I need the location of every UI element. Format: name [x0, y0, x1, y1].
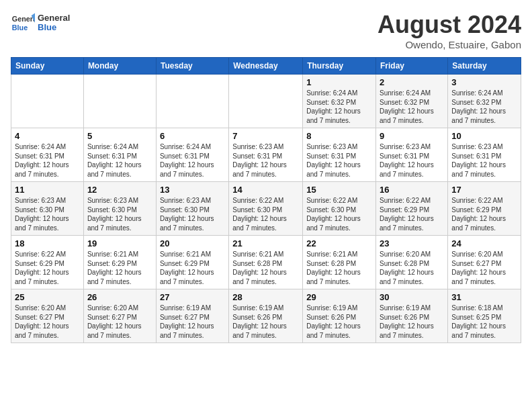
header-row: SundayMondayTuesdayWednesdayThursdayFrid… — [11, 58, 521, 75]
day-number: 29 — [306, 292, 372, 302]
day-info: Sunrise: 6:23 AM Sunset: 6:31 PM Dayligh… — [306, 142, 372, 179]
day-number: 17 — [451, 185, 517, 195]
day-cell: 24Sunrise: 6:20 AM Sunset: 6:27 PM Dayli… — [448, 236, 521, 289]
day-info: Sunrise: 6:24 AM Sunset: 6:31 PM Dayligh… — [15, 142, 80, 179]
day-info: Sunrise: 6:23 AM Sunset: 6:31 PM Dayligh… — [380, 142, 444, 179]
day-info: Sunrise: 6:19 AM Sunset: 6:26 PM Dayligh… — [306, 304, 372, 340]
day-number: 1 — [306, 77, 372, 87]
week-row-3: 11Sunrise: 6:23 AM Sunset: 6:30 PM Dayli… — [11, 182, 521, 236]
header-cell-monday: Monday — [83, 58, 156, 75]
day-number: 11 — [15, 185, 80, 195]
calendar-header: SundayMondayTuesdayWednesdayThursdayFrid… — [11, 58, 521, 75]
svg-text:Blue: Blue — [12, 24, 28, 32]
day-cell: 22Sunrise: 6:21 AM Sunset: 6:28 PM Dayli… — [303, 236, 376, 289]
logo-line2: Blue — [38, 23, 70, 32]
day-info: Sunrise: 6:23 AM Sunset: 6:30 PM Dayligh… — [160, 196, 225, 232]
day-number: 19 — [87, 238, 152, 248]
day-info: Sunrise: 6:19 AM Sunset: 6:27 PM Dayligh… — [160, 304, 225, 340]
header-cell-saturday: Saturday — [448, 58, 521, 75]
day-cell: 3Sunrise: 6:24 AM Sunset: 6:32 PM Daylig… — [448, 75, 521, 128]
day-cell: 14Sunrise: 6:22 AM Sunset: 6:30 PM Dayli… — [229, 182, 303, 236]
day-info: Sunrise: 6:22 AM Sunset: 6:29 PM Dayligh… — [451, 196, 517, 232]
day-cell — [156, 75, 228, 128]
calendar-body: 1Sunrise: 6:24 AM Sunset: 6:32 PM Daylig… — [11, 75, 521, 343]
day-cell: 16Sunrise: 6:22 AM Sunset: 6:29 PM Dayli… — [376, 182, 448, 236]
calendar-table: SundayMondayTuesdayWednesdayThursdayFrid… — [11, 57, 521, 343]
day-cell: 15Sunrise: 6:22 AM Sunset: 6:30 PM Dayli… — [303, 182, 376, 236]
day-cell: 10Sunrise: 6:23 AM Sunset: 6:31 PM Dayli… — [448, 128, 521, 182]
day-info: Sunrise: 6:20 AM Sunset: 6:28 PM Dayligh… — [380, 250, 444, 286]
day-cell: 20Sunrise: 6:21 AM Sunset: 6:29 PM Dayli… — [156, 236, 228, 289]
day-cell: 6Sunrise: 6:24 AM Sunset: 6:31 PM Daylig… — [156, 128, 228, 182]
day-info: Sunrise: 6:22 AM Sunset: 6:30 PM Dayligh… — [232, 196, 299, 232]
day-number: 18 — [15, 238, 80, 248]
day-cell: 2Sunrise: 6:24 AM Sunset: 6:32 PM Daylig… — [376, 75, 448, 128]
day-number: 26 — [87, 292, 152, 302]
day-number: 10 — [451, 131, 517, 141]
header-cell-tuesday: Tuesday — [156, 58, 228, 75]
day-cell: 9Sunrise: 6:23 AM Sunset: 6:31 PM Daylig… — [376, 128, 448, 182]
day-cell: 5Sunrise: 6:24 AM Sunset: 6:31 PM Daylig… — [83, 128, 156, 182]
svg-text:General: General — [12, 15, 35, 23]
day-info: Sunrise: 6:22 AM Sunset: 6:29 PM Dayligh… — [380, 196, 444, 232]
day-cell: 12Sunrise: 6:23 AM Sunset: 6:30 PM Dayli… — [83, 182, 156, 236]
day-number: 2 — [380, 77, 444, 87]
calendar-title: August 2024 — [378, 11, 521, 39]
day-cell: 31Sunrise: 6:18 AM Sunset: 6:25 PM Dayli… — [448, 289, 521, 343]
day-cell — [83, 75, 156, 128]
day-info: Sunrise: 6:20 AM Sunset: 6:27 PM Dayligh… — [15, 304, 80, 340]
day-cell: 8Sunrise: 6:23 AM Sunset: 6:31 PM Daylig… — [303, 128, 376, 182]
day-cell: 30Sunrise: 6:19 AM Sunset: 6:26 PM Dayli… — [376, 289, 448, 343]
title-block: August 2024 Owendo, Estuaire, Gabon — [378, 11, 521, 50]
day-number: 14 — [232, 185, 299, 195]
day-info: Sunrise: 6:23 AM Sunset: 6:30 PM Dayligh… — [87, 196, 152, 232]
day-number: 6 — [160, 131, 225, 141]
logo-line1: General — [38, 13, 70, 23]
day-cell: 27Sunrise: 6:19 AM Sunset: 6:27 PM Dayli… — [156, 289, 228, 343]
day-number: 5 — [87, 131, 152, 141]
day-cell: 28Sunrise: 6:19 AM Sunset: 6:26 PM Dayli… — [229, 289, 303, 343]
day-cell — [229, 75, 303, 128]
logo-icon: General Blue — [11, 11, 35, 35]
day-cell: 1Sunrise: 6:24 AM Sunset: 6:32 PM Daylig… — [303, 75, 376, 128]
day-info: Sunrise: 6:19 AM Sunset: 6:26 PM Dayligh… — [380, 304, 444, 340]
day-cell: 21Sunrise: 6:21 AM Sunset: 6:28 PM Dayli… — [229, 236, 303, 289]
day-info: Sunrise: 6:24 AM Sunset: 6:31 PM Dayligh… — [87, 142, 152, 179]
header-cell-thursday: Thursday — [303, 58, 376, 75]
day-number: 31 — [451, 292, 517, 302]
day-cell — [11, 75, 84, 128]
day-cell: 4Sunrise: 6:24 AM Sunset: 6:31 PM Daylig… — [11, 128, 84, 182]
day-number: 25 — [15, 292, 80, 302]
day-number: 4 — [15, 131, 80, 141]
week-row-2: 4Sunrise: 6:24 AM Sunset: 6:31 PM Daylig… — [11, 128, 521, 182]
day-cell: 17Sunrise: 6:22 AM Sunset: 6:29 PM Dayli… — [448, 182, 521, 236]
day-info: Sunrise: 6:23 AM Sunset: 6:31 PM Dayligh… — [232, 142, 299, 179]
week-row-5: 25Sunrise: 6:20 AM Sunset: 6:27 PM Dayli… — [11, 289, 521, 343]
day-info: Sunrise: 6:20 AM Sunset: 6:27 PM Dayligh… — [451, 250, 517, 286]
day-number: 23 — [380, 238, 444, 248]
header-cell-sunday: Sunday — [11, 58, 84, 75]
day-number: 22 — [306, 238, 372, 248]
day-number: 24 — [451, 238, 517, 248]
day-number: 28 — [232, 292, 299, 302]
day-info: Sunrise: 6:23 AM Sunset: 6:30 PM Dayligh… — [15, 196, 80, 232]
day-info: Sunrise: 6:22 AM Sunset: 6:30 PM Dayligh… — [306, 196, 372, 232]
day-cell: 29Sunrise: 6:19 AM Sunset: 6:26 PM Dayli… — [303, 289, 376, 343]
day-info: Sunrise: 6:24 AM Sunset: 6:32 PM Dayligh… — [451, 89, 517, 125]
day-info: Sunrise: 6:24 AM Sunset: 6:32 PM Dayligh… — [306, 89, 372, 125]
day-info: Sunrise: 6:24 AM Sunset: 6:31 PM Dayligh… — [160, 142, 225, 179]
day-cell: 26Sunrise: 6:20 AM Sunset: 6:27 PM Dayli… — [83, 289, 156, 343]
logo: General Blue General Blue — [11, 11, 70, 35]
day-info: Sunrise: 6:20 AM Sunset: 6:27 PM Dayligh… — [87, 304, 152, 340]
day-number: 3 — [451, 77, 517, 87]
day-number: 20 — [160, 238, 225, 248]
day-cell: 18Sunrise: 6:22 AM Sunset: 6:29 PM Dayli… — [11, 236, 84, 289]
day-number: 13 — [160, 185, 225, 195]
day-number: 7 — [232, 131, 299, 141]
calendar-subtitle: Owendo, Estuaire, Gabon — [378, 39, 521, 50]
day-number: 12 — [87, 185, 152, 195]
page-header: General Blue General Blue August 2024 Ow… — [11, 11, 521, 50]
day-number: 27 — [160, 292, 225, 302]
week-row-4: 18Sunrise: 6:22 AM Sunset: 6:29 PM Dayli… — [11, 236, 521, 289]
day-info: Sunrise: 6:23 AM Sunset: 6:31 PM Dayligh… — [451, 142, 517, 179]
